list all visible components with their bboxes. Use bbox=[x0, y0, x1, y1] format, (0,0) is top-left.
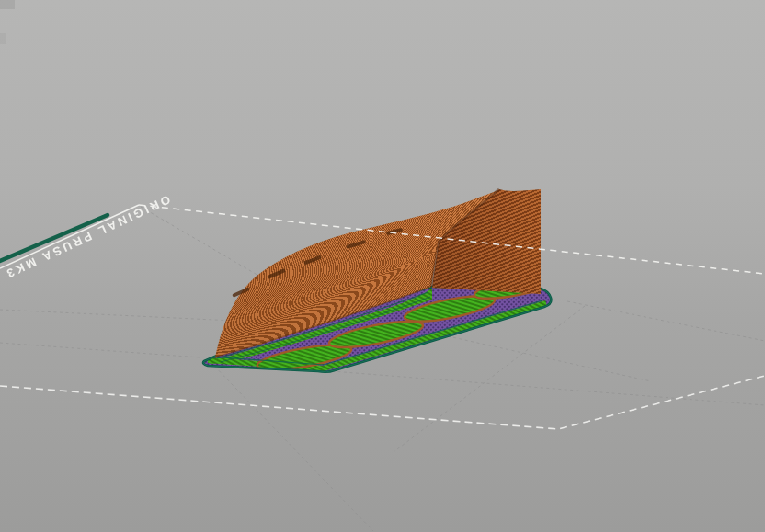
bed-back-axis bbox=[0, 0, 765, 532]
slicer-viewport: ORIGINAL PRUSA MK3 bbox=[0, 0, 765, 532]
bed-back-edge-dashed-line bbox=[139, 205, 765, 274]
